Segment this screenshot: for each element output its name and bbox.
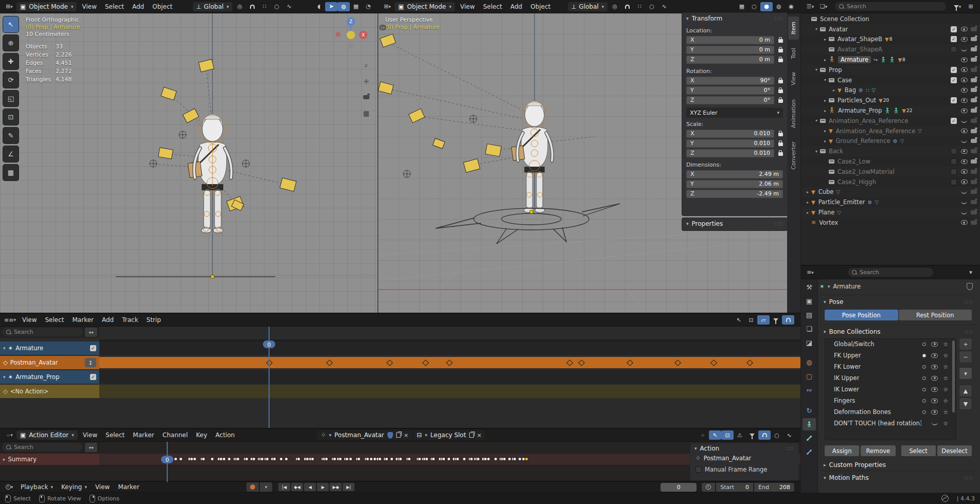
expander-icon[interactable]: ▸ [822,58,829,62]
nla-search-input[interactable]: Search [2,328,83,336]
move-up-button[interactable]: ▲ [959,385,972,397]
keyframe-dot[interactable] [237,458,239,460]
toggle-checkbox[interactable]: ✓ [950,36,957,42]
transform-field-y[interactable]: Y0.010 [686,139,774,148]
keyframe-dot[interactable] [487,458,490,460]
keyframe-dot[interactable] [273,458,276,460]
menu-marker[interactable]: Marker [114,482,143,492]
nla-track-postman-avatar[interactable]: ◇Postman_Avatar↧ [0,356,800,369]
menu-keying[interactable]: Keying▾ [57,482,91,492]
keyframe-dot[interactable] [261,458,263,460]
rotation-mode-dropdown[interactable]: XYZ Euler▾ [686,107,783,118]
shading-rendered-icon[interactable]: ◉ [785,2,797,11]
menu-track[interactable]: Track [118,315,142,325]
lock-icon[interactable] [778,99,783,103]
keyframe-dot[interactable] [373,458,376,460]
mode-dropdown[interactable]: ▣Object Mode▾ [16,2,77,11]
tab-physics-icon[interactable]: ↻ [803,404,816,417]
gizmo-minus-x-ball[interactable] [335,32,341,37]
outliner-row-case2-higgh[interactable]: Case2_Higgh [801,177,980,187]
snap-magnet-icon[interactable] [246,2,258,11]
toggle-render-camera-icon[interactable] [970,180,977,184]
panel-grip[interactable]: :::: [965,299,973,304]
expander-icon[interactable]: ▸ [822,139,829,143]
keyframe-dot[interactable] [456,458,459,460]
panel-grip[interactable]: :::: [965,475,973,480]
keyframe-dot[interactable] [399,458,402,460]
keyframe-dot[interactable] [503,458,506,460]
toggle-hide-eye-icon[interactable] [960,169,968,174]
orientation-dropdown[interactable]: ⟂Global▾ [193,2,233,11]
rest-position-button[interactable]: Rest Position [899,310,972,320]
tab-bone-constraint-icon[interactable] [803,446,816,458]
toolbar-collapse-arrow-icon[interactable]: ‹› [379,25,386,30]
outliner-row-cube[interactable]: ▸▼Cube▽ [801,187,980,197]
menu-playback[interactable]: Playback▾ [16,482,57,492]
keyframe-dot[interactable] [190,458,193,460]
lock-icon[interactable] [778,133,783,136]
expand-range-icon[interactable]: ↔ [85,443,97,452]
tab-render-icon[interactable]: ▣ [803,295,816,307]
properties-search-input[interactable]: Search [848,268,933,277]
toggle-hide-eye-icon[interactable] [960,88,968,93]
toggle-hide-eye-icon[interactable] [960,109,968,113]
toggle-hide-eye-icon[interactable] [960,67,968,72]
shading-material-icon[interactable]: ◍ [773,2,785,11]
keyframe-dot[interactable] [220,458,222,460]
outliner-row-case[interactable]: ▾Case✓ [801,75,980,85]
nla-keyframe[interactable] [386,359,393,366]
collapse-icon[interactable]: ▾ [3,374,6,380]
overlays-icon[interactable]: ◍ [337,2,350,11]
collapse-icon[interactable]: ▾ [824,475,826,480]
favorite-star-icon[interactable]: ☆ [943,409,948,416]
falloff-curve-icon[interactable]: ∿ [783,430,795,440]
add-collection-button[interactable]: + [959,338,972,350]
xray-icon[interactable]: ▦ [736,2,748,11]
keyframe-dot[interactable] [211,458,213,460]
pose-position-button[interactable]: Pose Position [825,310,898,320]
outliner-row-ground-reference[interactable]: ▸▼Ground_Reference⚙▽ [801,136,980,147]
proportional-editing-icon[interactable]: ○ [771,430,783,440]
nla-keyframe[interactable] [446,359,453,366]
toggle-checkbox[interactable]: ✓ [950,77,957,83]
keyframe-dot[interactable] [285,458,288,460]
keyframe-dot[interactable] [366,458,369,460]
keyframe-dot[interactable] [311,458,314,460]
fake-user-shield-icon[interactable] [967,283,973,290]
previous-keyframe-button[interactable]: ◆◀ [291,483,303,491]
collapse-icon[interactable]: ▾ [694,446,697,451]
transform-field-z[interactable]: Z0.010 [686,149,774,157]
filter-funnel-icon[interactable] [770,315,782,325]
display-mode-icon[interactable]: ❏▾ [817,2,830,11]
visibility-eye-icon[interactable] [931,342,938,347]
editor-type-icon[interactable]: ≡≡▾ [3,315,17,325]
toggle-render-camera-icon[interactable] [970,58,977,62]
toggle-render-camera-icon[interactable] [970,200,977,204]
outliner-row-back[interactable]: ▾Back [801,146,980,156]
outliner-row-animation-area-reference[interactable]: ▾Animation_Area_Reference✓ [801,116,980,126]
lock-icon[interactable] [778,142,783,146]
keyframe-dot[interactable] [358,458,360,460]
toggle-checkbox[interactable] [950,158,957,165]
snap-magnet-icon[interactable] [621,2,633,11]
transform-field-x[interactable]: X0.010 [686,130,774,138]
collapse-icon[interactable]: ▾ [824,299,826,304]
keyframe-dot[interactable] [339,458,342,460]
proportional-editing-icon[interactable]: ○ [646,2,658,11]
toggle-hide-eye-icon[interactable] [960,129,968,133]
solo-dot-icon[interactable] [922,388,926,391]
expander-icon[interactable]: ▾ [822,78,829,82]
transform-field-x[interactable]: X2.49 m [686,170,783,178]
current-frame-badge[interactable]: 0 [263,340,275,348]
toggle-hide-eye-icon[interactable] [960,220,968,225]
nla-action-strip[interactable] [99,357,800,368]
dopesheet-search-input[interactable]: Search [2,443,83,452]
toggle-checkbox[interactable] [950,179,957,185]
keyframe-dot[interactable] [228,458,230,460]
keyframe-dot[interactable] [223,458,225,460]
jump-to-end-button[interactable]: ▶| [343,483,354,491]
keyframe-dot[interactable] [494,458,497,460]
falloff-curve-icon[interactable]: ∿ [283,2,295,11]
slot-selector[interactable]: ⊟▾ Legacy Slot × [413,430,485,440]
toggle-render-camera-icon[interactable] [970,119,977,123]
